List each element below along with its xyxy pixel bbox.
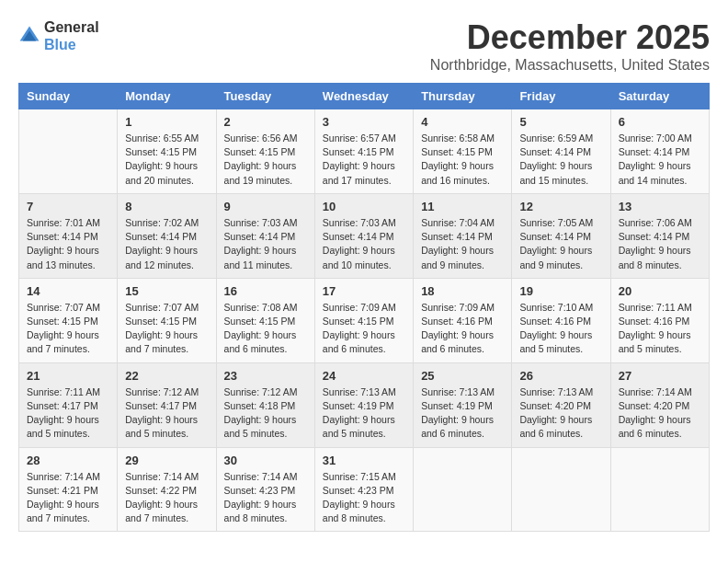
header-saturday: Saturday [610, 84, 709, 109]
header-tuesday: Tuesday [216, 84, 314, 109]
daylight-hours: Daylight: 9 hours and 8 minutes. [323, 499, 395, 523]
header-row: Sunday Monday Tuesday Wednesday Thursday… [19, 84, 710, 109]
day-info: Sunrise: 7:12 AM Sunset: 4:18 PM Dayligh… [224, 385, 307, 442]
daylight-hours: Daylight: 9 hours and 5 minutes. [27, 414, 99, 439]
day-number: 8 [125, 200, 208, 213]
sunrise-time: Sunrise: 7:02 AM [125, 217, 199, 228]
calendar-cell: 16 Sunrise: 7:08 AM Sunset: 4:15 PM Dayl… [216, 278, 314, 362]
day-info: Sunrise: 7:05 AM Sunset: 4:14 PM Dayligh… [519, 216, 602, 272]
sunset-time: Sunset: 4:15 PM [125, 316, 197, 327]
daylight-hours: Daylight: 9 hours and 5 minutes. [224, 414, 297, 439]
calendar-cell [19, 109, 118, 194]
calendar-cell: 27 Sunrise: 7:14 AM Sunset: 4:20 PM Dayl… [610, 362, 709, 447]
sunset-time: Sunset: 4:16 PM [421, 316, 493, 327]
sunrise-time: Sunrise: 7:01 AM [27, 217, 100, 228]
sunrise-time: Sunrise: 7:11 AM [27, 386, 100, 397]
sunset-time: Sunset: 4:14 PM [619, 146, 690, 157]
daylight-hours: Daylight: 9 hours and 5 minutes. [519, 329, 592, 354]
month-title: December 2025 [430, 18, 710, 57]
daylight-hours: Daylight: 9 hours and 6 minutes. [519, 414, 592, 439]
day-info: Sunrise: 7:14 AM Sunset: 4:23 PM Dayligh… [224, 470, 307, 526]
calendar-cell: 19 Sunrise: 7:10 AM Sunset: 4:16 PM Dayl… [512, 278, 610, 362]
calendar-cell: 7 Sunrise: 7:01 AM Sunset: 4:14 PM Dayli… [19, 193, 118, 278]
daylight-hours: Daylight: 9 hours and 15 minutes. [519, 160, 592, 185]
calendar-cell: 6 Sunrise: 7:00 AM Sunset: 4:14 PM Dayli… [610, 109, 709, 194]
sunset-time: Sunset: 4:22 PM [125, 485, 197, 496]
sunrise-time: Sunrise: 7:10 AM [519, 302, 593, 313]
sunrise-time: Sunrise: 7:15 AM [323, 471, 396, 482]
title-section: December 2025 Northbridge, Massachusetts… [430, 18, 710, 74]
sunset-time: Sunset: 4:14 PM [519, 146, 591, 157]
day-info: Sunrise: 7:11 AM Sunset: 4:17 PM Dayligh… [27, 385, 109, 442]
daylight-hours: Daylight: 9 hours and 8 minutes. [224, 499, 297, 523]
daylight-hours: Daylight: 9 hours and 6 minutes. [421, 414, 494, 439]
calendar-cell: 13 Sunrise: 7:06 AM Sunset: 4:14 PM Dayl… [610, 193, 709, 278]
logo-text: General Blue [44, 18, 99, 53]
sunset-time: Sunset: 4:17 PM [125, 400, 197, 411]
logo-blue-text: Blue [44, 36, 99, 53]
day-info: Sunrise: 7:14 AM Sunset: 4:22 PM Dayligh… [125, 470, 208, 526]
day-info: Sunrise: 6:58 AM Sunset: 4:15 PM Dayligh… [421, 132, 504, 188]
day-number: 19 [519, 284, 602, 298]
sunrise-time: Sunrise: 7:06 AM [619, 217, 692, 228]
day-info: Sunrise: 7:14 AM Sunset: 4:20 PM Dayligh… [619, 385, 701, 442]
calendar-header: Sunday Monday Tuesday Wednesday Thursday… [19, 84, 710, 109]
day-info: Sunrise: 6:55 AM Sunset: 4:15 PM Dayligh… [125, 132, 208, 188]
calendar-cell: 31 Sunrise: 7:15 AM Sunset: 4:23 PM Dayl… [314, 447, 413, 532]
sunset-time: Sunset: 4:16 PM [519, 316, 591, 327]
day-number: 17 [323, 284, 405, 298]
calendar-cell [610, 447, 709, 532]
daylight-hours: Daylight: 9 hours and 9 minutes. [421, 245, 494, 270]
day-info: Sunrise: 7:03 AM Sunset: 4:14 PM Dayligh… [224, 216, 307, 272]
day-info: Sunrise: 7:04 AM Sunset: 4:14 PM Dayligh… [421, 216, 504, 272]
sunset-time: Sunset: 4:21 PM [27, 485, 98, 496]
day-number: 10 [323, 200, 405, 213]
day-number: 29 [125, 454, 208, 467]
day-info: Sunrise: 7:13 AM Sunset: 4:19 PM Dayligh… [421, 385, 504, 442]
day-number: 6 [619, 115, 701, 129]
day-number: 27 [619, 369, 701, 383]
sunrise-time: Sunrise: 7:12 AM [125, 386, 199, 397]
sunrise-time: Sunrise: 7:03 AM [224, 217, 298, 228]
sunrise-time: Sunrise: 6:55 AM [125, 132, 199, 144]
sunset-time: Sunset: 4:19 PM [323, 400, 394, 411]
sunrise-time: Sunrise: 7:05 AM [519, 217, 593, 228]
calendar-body: 1 Sunrise: 6:55 AM Sunset: 4:15 PM Dayli… [19, 109, 710, 532]
sunrise-time: Sunrise: 7:13 AM [421, 386, 495, 397]
calendar-week-3: 21 Sunrise: 7:11 AM Sunset: 4:17 PM Dayl… [19, 362, 710, 447]
daylight-hours: Daylight: 9 hours and 12 minutes. [125, 245, 198, 270]
day-info: Sunrise: 7:13 AM Sunset: 4:20 PM Dayligh… [519, 385, 602, 442]
sunset-time: Sunset: 4:14 PM [125, 231, 197, 242]
calendar-cell: 9 Sunrise: 7:03 AM Sunset: 4:14 PM Dayli… [216, 193, 314, 278]
calendar-cell: 3 Sunrise: 6:57 AM Sunset: 4:15 PM Dayli… [314, 109, 413, 194]
day-info: Sunrise: 7:14 AM Sunset: 4:21 PM Dayligh… [27, 470, 109, 526]
sunset-time: Sunset: 4:14 PM [519, 231, 591, 242]
day-info: Sunrise: 7:06 AM Sunset: 4:14 PM Dayligh… [619, 216, 701, 272]
day-info: Sunrise: 7:09 AM Sunset: 4:16 PM Dayligh… [421, 301, 504, 357]
day-number: 21 [27, 369, 109, 383]
sunrise-time: Sunrise: 7:08 AM [224, 302, 298, 313]
daylight-hours: Daylight: 9 hours and 17 minutes. [323, 160, 395, 185]
logo-icon [18, 25, 40, 47]
calendar-cell: 14 Sunrise: 7:07 AM Sunset: 4:15 PM Dayl… [19, 278, 118, 362]
sunset-time: Sunset: 4:23 PM [323, 485, 394, 496]
day-number: 30 [224, 454, 307, 467]
daylight-hours: Daylight: 9 hours and 7 minutes. [125, 329, 198, 354]
daylight-hours: Daylight: 9 hours and 5 minutes. [125, 414, 198, 439]
sunrise-time: Sunrise: 7:14 AM [125, 471, 199, 482]
sunrise-time: Sunrise: 7:14 AM [224, 471, 298, 482]
day-info: Sunrise: 7:07 AM Sunset: 4:15 PM Dayligh… [27, 301, 109, 357]
day-number: 26 [519, 369, 602, 383]
day-number: 1 [125, 115, 208, 129]
day-info: Sunrise: 7:02 AM Sunset: 4:14 PM Dayligh… [125, 216, 208, 272]
day-info: Sunrise: 6:59 AM Sunset: 4:14 PM Dayligh… [519, 132, 602, 188]
calendar-cell: 1 Sunrise: 6:55 AM Sunset: 4:15 PM Dayli… [118, 109, 216, 194]
daylight-hours: Daylight: 9 hours and 9 minutes. [519, 245, 592, 270]
day-number: 14 [27, 284, 109, 298]
sunrise-time: Sunrise: 7:09 AM [421, 302, 495, 313]
sunset-time: Sunset: 4:15 PM [27, 316, 98, 327]
sunset-time: Sunset: 4:23 PM [224, 485, 296, 496]
calendar-cell: 24 Sunrise: 7:13 AM Sunset: 4:19 PM Dayl… [314, 362, 413, 447]
calendar-cell: 22 Sunrise: 7:12 AM Sunset: 4:17 PM Dayl… [118, 362, 216, 447]
day-number: 23 [224, 369, 307, 383]
